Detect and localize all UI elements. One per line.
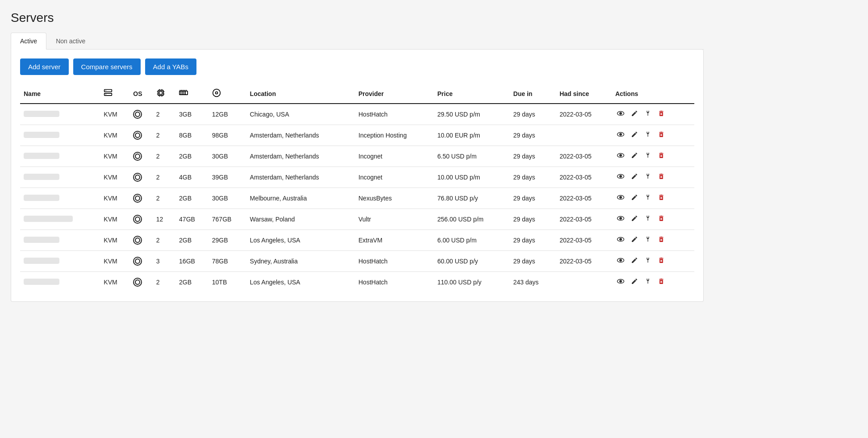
cell-vm-type: KVM [100,167,129,188]
trash-icon [658,214,665,222]
delete-button[interactable] [656,213,666,225]
delete-button[interactable] [656,171,666,183]
edit-button[interactable] [630,235,639,246]
cell-os [129,251,153,272]
col-header-had-since: Had since [556,84,612,104]
cell-name [20,125,100,146]
pencil-icon [631,194,638,201]
col-header-disk [209,84,246,104]
add-server-button[interactable]: Add server [20,58,69,75]
view-button[interactable] [615,129,626,141]
delete-button[interactable] [656,108,666,120]
cell-name [20,167,100,188]
cell-vm-type: KVM [100,146,129,167]
edit-button[interactable] [630,256,639,267]
delete-button[interactable] [656,192,666,204]
svg-point-33 [620,175,622,178]
delete-button[interactable] [656,129,666,141]
cell-ram: 2GB [175,230,209,251]
col-header-actions: Actions [612,84,694,104]
plug-button[interactable] [643,234,653,246]
cell-provider: HostHatch [355,104,434,125]
cell-had-since: 2022-03-05 [556,188,612,209]
cell-name [20,209,100,230]
os-circle-icon [133,215,142,224]
eye-icon [617,193,625,201]
cell-name [20,251,100,272]
svg-point-43 [620,280,622,283]
pencil-icon [631,110,638,117]
delete-button[interactable] [656,276,666,288]
delete-button[interactable] [656,150,666,162]
pencil-icon [631,173,638,180]
plug-icon [644,193,651,201]
cell-name [20,188,100,209]
cell-vm-type: KVM [100,230,129,251]
cell-location: Los Angeles, USA [246,272,355,293]
view-button[interactable] [615,213,626,225]
eye-icon [617,256,625,264]
plug-button[interactable] [643,171,653,183]
blurred-name [24,258,59,264]
table-body: KVM23GB12GBChicago, USAHostHatch29.50 US… [20,104,694,292]
cell-ram: 16GB [175,251,209,272]
edit-button[interactable] [630,130,639,141]
plug-button[interactable] [643,255,653,267]
os-circle-icon [133,152,142,161]
edit-button[interactable] [630,172,639,183]
cell-os [129,125,153,146]
view-button[interactable] [615,150,626,162]
tab-active[interactable]: Active [11,33,46,50]
cell-price: 29.50 USD p/m [434,104,509,125]
servers-table: Name OS [20,84,694,292]
delete-button[interactable] [656,255,666,267]
plug-button[interactable] [643,192,653,204]
plug-button[interactable] [643,213,653,225]
cell-ram: 2GB [175,146,209,167]
view-button[interactable] [615,276,626,288]
disk-icon [212,88,221,97]
cell-disk: 39GB [209,167,246,188]
cell-cpu: 2 [153,167,175,188]
cell-actions [612,251,694,272]
blurred-name [24,111,59,117]
plug-button[interactable] [643,129,653,141]
cell-had-since [556,125,612,146]
eye-icon [617,277,625,285]
edit-button[interactable] [630,214,639,225]
plug-button[interactable] [643,150,653,162]
cell-disk: 767GB [209,209,246,230]
eye-icon [617,109,625,117]
plug-icon [644,256,651,264]
cell-provider: Vultr [355,209,434,230]
trash-icon [658,151,665,159]
cell-actions [612,230,694,251]
tab-non-active[interactable]: Non active [46,33,95,50]
view-button[interactable] [615,255,626,267]
table-row: KVM22GB10TBLos Angeles, USAHostHatch110.… [20,272,694,293]
view-button[interactable] [615,171,626,183]
content-card: Add server Compare servers Add a YABs Na… [11,50,704,302]
view-button[interactable] [615,108,626,120]
cell-had-since: 2022-03-05 [556,146,612,167]
compare-servers-button[interactable]: Compare servers [73,58,141,75]
edit-button[interactable] [630,151,639,162]
cell-name [20,272,100,293]
plug-button[interactable] [643,108,653,120]
os-circle-icon [133,110,142,119]
edit-button[interactable] [630,109,639,120]
view-button[interactable] [615,234,626,246]
pencil-icon [631,257,638,264]
plug-icon [644,214,651,222]
pencil-icon [631,278,638,285]
edit-button[interactable] [630,193,639,204]
edit-button[interactable] [630,277,639,288]
trash-icon [658,109,665,117]
svg-point-31 [620,154,622,157]
add-yabs-button[interactable]: Add a YABs [145,58,197,75]
col-header-vm-type [100,84,129,104]
plug-button[interactable] [643,276,653,288]
cell-disk: 30GB [209,188,246,209]
delete-button[interactable] [656,234,666,246]
view-button[interactable] [615,192,626,204]
